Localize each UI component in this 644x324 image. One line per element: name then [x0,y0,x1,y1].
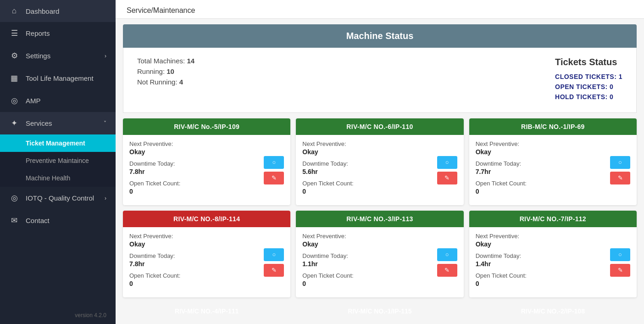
card-body: Next Preventive: Okay Downtime Today: 7.… [123,135,290,205]
machine-card: RIV-M/C NO.-7/IP-112 Next Preventive: Ok… [469,211,637,297]
view-button[interactable]: ○ [264,248,284,261]
sidebar-item-label: Tool Life Management [26,74,94,82]
contact-icon: ✉ [9,216,19,225]
next-preventive-value: Okay [302,240,437,248]
card-buttons: ○ ✎ [264,140,284,200]
ticket-count-value: 0 [129,188,264,195]
downtime-label: Downtime Today: [476,252,610,259]
view-button[interactable]: ○ [264,156,284,169]
card-body: Next Preventive: Okay Downtime Today: 1.… [469,227,637,297]
services-icon: ✦ [9,118,19,128]
downtime-value: 1.4hr [476,260,610,268]
services-submenu: Ticket Management Preventive Maintaince … [0,134,116,187]
next-preventive-value: Okay [476,240,610,248]
card-info: Next Preventive: Okay Downtime Today: 1.… [302,233,437,292]
sidebar-subitem-preventive[interactable]: Preventive Maintaince [0,152,116,169]
card-info: Next Preventive: Okay Downtime Today: 5.… [302,140,437,200]
amp-icon: ◎ [9,96,19,106]
machine-card: RIV-M/C NO.-6/IP-110 Next Preventive: Ok… [296,118,463,205]
sidebar-item-contact[interactable]: ✉ Contact [0,209,116,232]
iotq-icon: ◎ [9,193,19,203]
chevron-down-icon: ˅ [104,120,106,127]
ticket-count-label: Open Ticket Count: [302,180,437,187]
edit-button[interactable]: ✎ [437,264,457,277]
sidebar: ⌂ Dashboard ☰ Reports ⚙ Settings › ▦ Too… [0,0,116,324]
edit-button[interactable]: ✎ [264,264,284,277]
downtime-label: Downtime Today: [302,160,437,167]
ticket-count-label: Open Ticket Count: [476,272,610,279]
card-header: RIV-M/C NO.-3/IP-113 [296,211,463,227]
not-running-stat: Not Running: 4 [137,78,194,86]
card-info: Next Preventive: Okay Downtime Today: 7.… [129,140,264,200]
sidebar-item-label: Dashboard [26,7,59,15]
sidebar-item-label: IOTQ - Quality Control [26,194,94,202]
downtime-value: 7.8hr [129,260,264,268]
view-button[interactable]: ○ [610,248,630,261]
sidebar-item-reports[interactable]: ☰ Reports [0,22,116,45]
view-button[interactable]: ○ [437,156,457,169]
edit-button[interactable]: ✎ [264,172,284,184]
card-body: Next Preventive: Okay Downtime Today: 5.… [296,135,463,205]
card-info: Next Preventive: Okay Downtime Today: 1.… [476,233,610,292]
sidebar-item-services[interactable]: ✦ Services ˅ [0,112,116,134]
sidebar-subitem-ticket-management[interactable]: Ticket Management [0,134,116,152]
sidebar-version: version 4.2.0 [0,307,116,324]
card-buttons: ○ ✎ [610,140,630,200]
downtime-value: 7.7hr [476,168,610,175]
ticket-count-label: Open Ticket Count: [476,180,610,187]
sidebar-item-dashboard[interactable]: ⌂ Dashboard [0,0,116,22]
home-icon: ⌂ [9,6,19,16]
view-button[interactable]: ○ [437,248,457,261]
ticket-count-value: 0 [476,280,610,287]
card-body: Next Preventive: Okay Downtime Today: 1.… [296,227,463,297]
ticket-count-value: 0 [302,188,437,195]
downtime-label: Downtime Today: [129,160,264,167]
hold-tickets: HOLD TICKETS: 0 [555,93,622,101]
next-preventive-label: Next Preventive: [476,140,610,147]
ticket-count-value: 0 [476,188,610,195]
sidebar-item-tool-life[interactable]: ▦ Tool Life Management [0,67,116,89]
bottom-card-header: RIV-M/C NO.-2/IP-108 [469,303,637,319]
downtime-value: 7.8hr [129,168,264,175]
machine-card: RIB-M/C NO.-1/IP-69 Next Preventive: Oka… [469,118,637,205]
card-header: RIB-M/C NO.-1/IP-69 [469,118,637,135]
bottom-machine-card: RIV-M/C NO.-1/IP-115 [296,303,463,319]
ticket-count-value: 0 [302,280,437,287]
running-stat: Running: 10 [137,67,194,75]
next-preventive-label: Next Preventive: [129,140,264,147]
open-tickets: OPEN TICKETS: 0 [555,83,622,90]
card-body: Next Preventive: Okay Downtime Today: 7.… [469,135,637,205]
downtime-value: 5.6hr [302,168,437,175]
machine-status-header: Machine Status [123,24,637,48]
sidebar-item-amp[interactable]: ◎ AMP [0,89,116,112]
downtime-label: Downtime Today: [302,252,437,259]
machine-cards-grid: RIV-M/C No.-5/IP-109 Next Preventive: Ok… [116,113,644,303]
sidebar-item-label: Reports [26,29,50,37]
closed-tickets: CLOSED TICKETS: 1 [555,73,622,80]
edit-button[interactable]: ✎ [610,172,630,184]
next-preventive-value: Okay [129,240,264,248]
sidebar-item-settings[interactable]: ⚙ Settings › [0,45,116,67]
edit-button[interactable]: ✎ [610,264,630,277]
card-info: Next Preventive: Okay Downtime Today: 7.… [476,140,610,200]
chevron-right-icon: › [105,53,106,59]
machine-card: RIV-M/C No.-5/IP-109 Next Preventive: Ok… [123,118,290,205]
reports-icon: ☰ [9,28,19,38]
sidebar-item-label: Contact [26,217,50,224]
bottom-cards-row: RIV-M/C NO.-4/IP-111RIV-M/C NO.-1/IP-115… [116,303,644,324]
next-preventive-label: Next Preventive: [476,233,610,240]
summary-box: Total Machines: 14 Running: 10 Not Runni… [123,48,637,113]
view-button[interactable]: ○ [610,156,630,169]
main-content: Service/Maintenance Machine Status Total… [116,0,644,324]
sidebar-item-iotq[interactable]: ◎ IOTQ - Quality Control › [0,187,116,209]
edit-button[interactable]: ✎ [437,172,457,184]
sidebar-item-label: AMP [26,97,41,105]
next-preventive-label: Next Preventive: [129,233,264,240]
ticket-count-label: Open Ticket Count: [129,272,264,279]
sidebar-subitem-machine-health[interactable]: Machine Health [0,169,116,187]
chevron-right-icon: › [105,195,106,201]
ticket-count-value: 0 [129,280,264,287]
bottom-card-header: RIV-M/C NO.-4/IP-111 [123,303,290,319]
sidebar-item-label: Settings [26,52,50,60]
card-info: Next Preventive: Okay Downtime Today: 7.… [129,233,264,292]
